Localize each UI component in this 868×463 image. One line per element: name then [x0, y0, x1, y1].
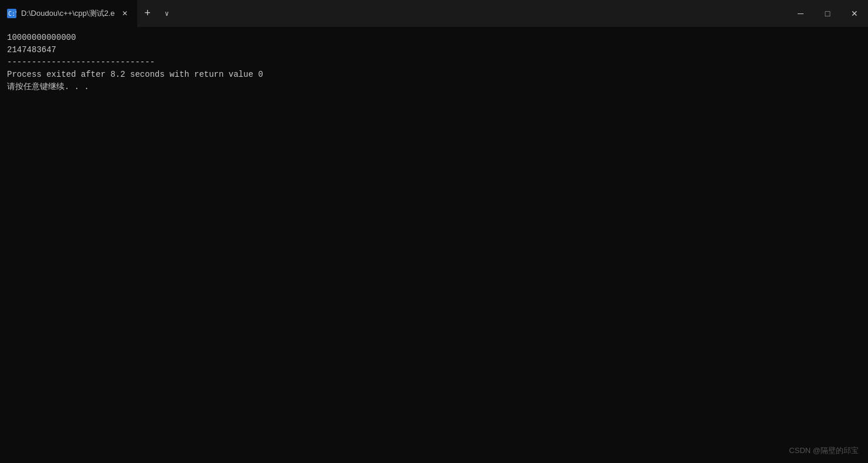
- window-controls: ─ □ ✕: [787, 0, 868, 27]
- terminal-line: 2147483647: [7, 44, 861, 56]
- new-tab-button[interactable]: +: [137, 3, 158, 24]
- svg-text:C:\: C:\: [8, 11, 16, 17]
- active-tab[interactable]: C:\ D:\Doudou\c++\cpp\测试2.e ✕: [0, 0, 137, 27]
- terminal-body[interactable]: 10000000000000 2147483647 --------------…: [0, 27, 868, 463]
- terminal-window: C:\ D:\Doudou\c++\cpp\测试2.e ✕ + ∨ ─ □ ✕ …: [0, 0, 868, 463]
- minimize-button[interactable]: ─: [787, 0, 814, 27]
- watermark: CSDN @隔壁的邱宝: [789, 445, 859, 456]
- maximize-button[interactable]: □: [814, 0, 841, 27]
- terminal-line: ------------------------------: [7, 56, 861, 69]
- terminal-icon: C:\: [7, 9, 16, 18]
- tab-area: C:\ D:\Doudou\c++\cpp\测试2.e ✕ + ∨: [0, 0, 787, 27]
- terminal-line: 10000000000000: [7, 32, 861, 44]
- tab-dropdown-button[interactable]: ∨: [158, 5, 176, 22]
- terminal-line: Process exited after 8.2 seconds with re…: [7, 69, 861, 81]
- close-button[interactable]: ✕: [841, 0, 868, 27]
- tab-close-button[interactable]: ✕: [120, 8, 130, 19]
- terminal-line: 请按任意键继续. . .: [7, 81, 861, 93]
- tab-title: D:\Doudou\c++\cpp\测试2.e: [21, 8, 115, 19]
- title-bar: C:\ D:\Doudou\c++\cpp\测试2.e ✕ + ∨ ─ □ ✕: [0, 0, 868, 27]
